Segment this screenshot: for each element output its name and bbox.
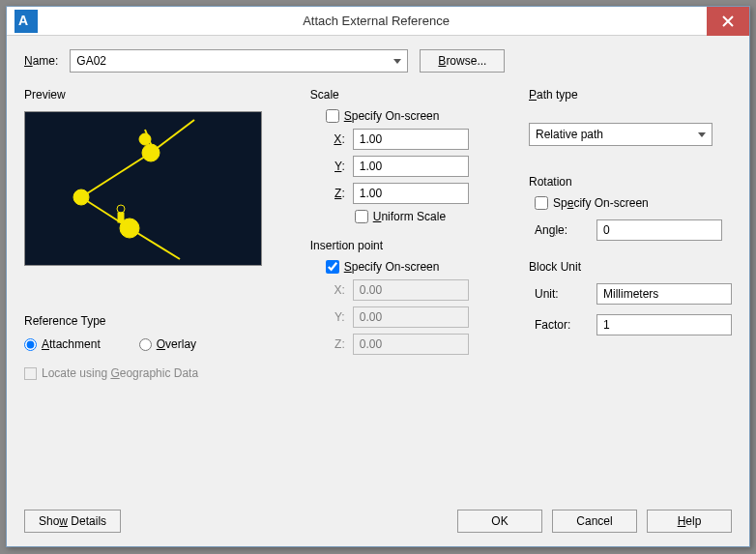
angle-input[interactable]: [596, 219, 722, 241]
unit-label: Unit:: [535, 287, 583, 301]
overlay-radio[interactable]: Overlay: [139, 337, 196, 351]
insertion-z-label: Z:: [326, 337, 345, 351]
path-type-select[interactable]: Relative path: [529, 123, 712, 146]
svg-point-6: [139, 133, 151, 145]
dialog-window: Attach External Reference Name: GA02 Bro…: [6, 6, 750, 547]
help-button[interactable]: Help: [647, 510, 732, 533]
svg-point-5: [142, 144, 160, 161]
app-icon: [15, 10, 38, 33]
chevron-down-icon: [698, 132, 706, 137]
dialog-title: Attach External Reference: [45, 14, 707, 28]
path-type-title: Path type: [529, 88, 732, 102]
insertion-y-label: Y:: [326, 310, 345, 324]
scale-title: Scale: [310, 88, 511, 102]
factor-label: Factor:: [535, 318, 583, 332]
browse-button[interactable]: Browse...: [420, 49, 505, 73]
attachment-radio[interactable]: Attachment: [24, 337, 101, 351]
cancel-button[interactable]: Cancel: [552, 510, 637, 533]
titlebar: Attach External Reference: [7, 7, 749, 36]
insertion-x-input: [353, 279, 469, 301]
scale-z-input[interactable]: [353, 183, 469, 204]
svg-point-7: [73, 190, 89, 205]
insertion-x-label: X:: [326, 283, 345, 297]
chevron-down-icon: [393, 59, 401, 64]
name-label: Name:: [24, 54, 58, 68]
insertion-title: Insertion point: [310, 239, 511, 252]
name-value: GA02: [76, 54, 106, 68]
insertion-z-input: [353, 334, 469, 355]
uniform-scale-checkbox[interactable]: Uniform Scale: [355, 210, 511, 223]
ok-button[interactable]: OK: [457, 510, 542, 533]
svg-rect-9: [118, 213, 124, 222]
rotation-specify-checkbox[interactable]: Specify On-screen: [535, 196, 732, 210]
locate-geographic-checkbox: Locate using Geographic Data: [24, 366, 293, 380]
reference-type-title: Reference Type: [24, 314, 293, 328]
checkbox-icon: [24, 367, 37, 380]
attachment-radio-input[interactable]: [24, 338, 37, 351]
preview-image: [24, 111, 262, 266]
path-type-value: Relative path: [536, 128, 603, 141]
close-button[interactable]: [707, 7, 749, 36]
show-details-button[interactable]: Show Details: [24, 510, 121, 533]
scale-x-label: X:: [326, 132, 345, 146]
name-select[interactable]: GA02: [70, 49, 408, 73]
svg-point-10: [117, 205, 125, 213]
factor-value: 1: [596, 314, 732, 335]
scale-y-input[interactable]: [353, 156, 469, 177]
preview-title: Preview: [24, 88, 293, 102]
insertion-specify-checkbox[interactable]: Specify On-screen: [326, 260, 511, 274]
scale-x-input[interactable]: [353, 129, 469, 150]
scale-y-label: Y:: [326, 160, 345, 173]
overlay-radio-input[interactable]: [139, 338, 152, 351]
scale-specify-checkbox[interactable]: Specify On-screen: [326, 109, 511, 123]
scale-z-label: Z:: [326, 187, 345, 200]
svg-line-1: [81, 153, 151, 197]
block-unit-title: Block Unit: [529, 260, 732, 274]
angle-label: Angle:: [535, 223, 583, 237]
close-icon: [722, 15, 734, 27]
unit-value: Millimeters: [596, 283, 732, 305]
rotation-title: Rotation: [529, 175, 732, 189]
insertion-y-input: [353, 306, 469, 328]
